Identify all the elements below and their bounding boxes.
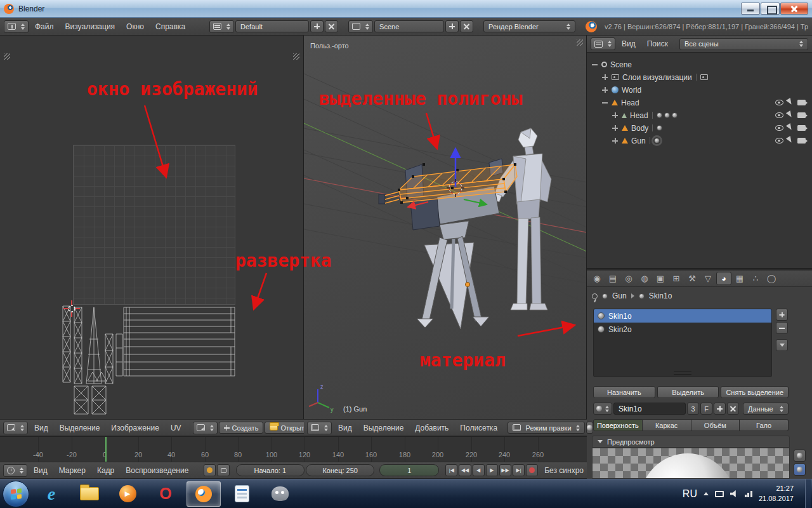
region-grip[interactable] [577, 39, 583, 46]
tab-texture-icon[interactable]: ▦ [732, 272, 747, 285]
browse-material-button[interactable] [593, 403, 612, 415]
tab-render-layers-icon[interactable]: ▤ [605, 272, 620, 285]
tab-data-icon[interactable]: ▽ [700, 272, 716, 285]
taskbar-gimp[interactable] [263, 481, 297, 507]
minimize-button[interactable] [741, 3, 760, 15]
current-frame-field[interactable]: 1 [379, 464, 439, 476]
outliner-row-gun[interactable]: Gun [587, 135, 812, 147]
tab-scene-icon[interactable]: ◎ [621, 272, 636, 285]
renderability-camera-icon[interactable] [797, 100, 806, 105]
remove-material-slot-button[interactable] [776, 322, 788, 334]
new-material-button[interactable] [714, 403, 726, 415]
vp-menu-mesh[interactable]: Полисетка [455, 422, 502, 434]
play-reverse-button[interactable]: ◀ [473, 464, 485, 476]
tab-physics-icon[interactable]: ◯ [764, 272, 779, 285]
timeline-ruler[interactable]: -40 -20 0 20 40 60 80 100 120 140 160 18… [0, 436, 587, 462]
start-button[interactable] [3, 481, 29, 507]
selectability-cursor-icon[interactable] [786, 110, 795, 120]
preview-panel-header[interactable]: Предпросмотр [592, 436, 790, 448]
preview-flat-button[interactable] [794, 450, 806, 462]
frame-end-field[interactable]: Конец: 250 [306, 464, 374, 476]
language-indicator[interactable]: RU [683, 488, 697, 500]
scene-browse-button[interactable] [348, 20, 373, 33]
outliner-row-head-mesh[interactable]: Head [587, 109, 812, 121]
breadcrumb-object[interactable]: Gun [612, 291, 627, 300]
users-count-button[interactable]: 3 [687, 403, 699, 415]
editor-type-button-uv[interactable] [3, 422, 28, 434]
uv-menu-image[interactable]: Изображение [106, 422, 164, 434]
editor-type-button-outliner[interactable] [591, 37, 615, 50]
mode-volume-button[interactable]: Объём [691, 419, 740, 431]
visibility-eye-icon[interactable] [775, 100, 783, 105]
taskbar-opera[interactable]: O [148, 481, 183, 507]
screen-layout-field[interactable]: Default [235, 20, 309, 32]
tl-menu-playback[interactable]: Воспроизведение [121, 464, 193, 477]
select-button[interactable]: Выделить [657, 386, 719, 398]
mode-halo-button[interactable]: Гало [740, 419, 789, 431]
editor-type-button-3d[interactable] [307, 422, 332, 434]
tl-menu-marker[interactable]: Маркер [54, 464, 91, 477]
render-engine-dropdown[interactable]: Рендер Blender [483, 20, 575, 32]
mode-wire-button[interactable]: Каркас [643, 419, 691, 431]
tab-particles-icon[interactable]: ∴ [748, 272, 763, 285]
delete-scene-button[interactable] [460, 20, 473, 32]
jump-start-button[interactable]: |◀ [445, 464, 457, 476]
tab-object-icon[interactable]: ▣ [653, 272, 668, 285]
editor-type-button-info[interactable] [4, 20, 29, 33]
vp-menu-select[interactable]: Выделение [358, 422, 409, 434]
menu-window[interactable]: Окно [121, 20, 149, 33]
preview-sphere-button[interactable] [794, 464, 806, 476]
properties-editor[interactable]: ◉ ▤ ◎ ◍ ▣ ⊞ ⚒ ▽ ◕ ▦ ∴ ◯ Gun Skin1o Skin1… [587, 271, 812, 479]
unlink-material-button[interactable] [727, 403, 739, 415]
tab-render-icon[interactable]: ◉ [589, 272, 605, 285]
tab-modifiers-icon[interactable]: ⚒ [684, 272, 700, 285]
outliner-row-head-object[interactable]: Head [587, 97, 812, 109]
tab-material-icon[interactable]: ◕ [716, 272, 731, 285]
frame-start-field[interactable]: Начало: 1 [236, 464, 304, 476]
visibility-eye-icon[interactable] [775, 138, 783, 144]
fake-user-button[interactable]: F [700, 403, 712, 415]
prev-keyframe-button[interactable]: ◀◀ [459, 464, 471, 476]
add-material-slot-button[interactable] [776, 309, 788, 321]
expand-icon[interactable] [612, 125, 618, 131]
breadcrumb-material[interactable]: Skin1o [649, 291, 672, 300]
outliner-menu-view[interactable]: Вид [617, 37, 641, 50]
menu-file[interactable]: Файл [30, 20, 59, 33]
close-button[interactable] [780, 3, 808, 15]
menu-help[interactable]: Справка [150, 20, 190, 33]
vp-menu-add[interactable]: Добавить [410, 422, 454, 434]
taskbar-internet-explorer[interactable]: e [34, 481, 69, 507]
outliner-row-scene[interactable]: Scene [587, 58, 812, 70]
taskbar-blender-active[interactable] [187, 481, 221, 507]
tl-menu-frame[interactable]: Кадр [92, 464, 119, 477]
taskbar-file-explorer[interactable] [72, 481, 107, 507]
maximize-button[interactable] [761, 3, 780, 15]
selectability-cursor-icon[interactable] [786, 97, 795, 107]
uv-menu-view[interactable]: Вид [29, 422, 53, 434]
play-button[interactable]: ▶ [486, 464, 498, 476]
new-image-button[interactable]: Создать [219, 422, 264, 434]
window-titlebar[interactable]: Blender [0, 0, 812, 18]
outliner-row-world[interactable]: World [587, 84, 812, 96]
pin-icon[interactable] [592, 293, 598, 299]
outliner-editor[interactable]: Вид Поиск Все сцены Scene Слои визуализа… [587, 36, 812, 269]
menu-render[interactable]: Визуализация [60, 20, 121, 33]
viewport-shading-button[interactable] [586, 422, 593, 434]
collapse-icon[interactable] [592, 62, 598, 67]
outliner-menu-search[interactable]: Поиск [642, 37, 673, 50]
slot-specials-button[interactable] [776, 339, 788, 351]
taskbar-clock[interactable]: 21:27 21.08.2017 [759, 484, 794, 504]
material-slot-skin1o[interactable]: Skin1o [594, 309, 771, 323]
outliner-row-body[interactable]: Body [587, 122, 812, 134]
material-name-field[interactable]: Skin1o [613, 403, 686, 415]
screen-layout-browse-button[interactable] [209, 20, 234, 33]
sync-dropdown[interactable]: Без синхрон [539, 464, 584, 477]
vp-menu-view[interactable]: Вид [333, 422, 357, 434]
add-scene-button[interactable] [445, 20, 459, 32]
next-keyframe-button[interactable]: ▶▶ [499, 464, 511, 476]
record-button[interactable] [526, 464, 538, 476]
uv-menu-select[interactable]: Выделение [55, 422, 105, 434]
selectability-cursor-icon[interactable] [786, 135, 795, 145]
editor-type-button-timeline[interactable] [3, 464, 27, 477]
browse-image-button[interactable] [193, 422, 218, 434]
